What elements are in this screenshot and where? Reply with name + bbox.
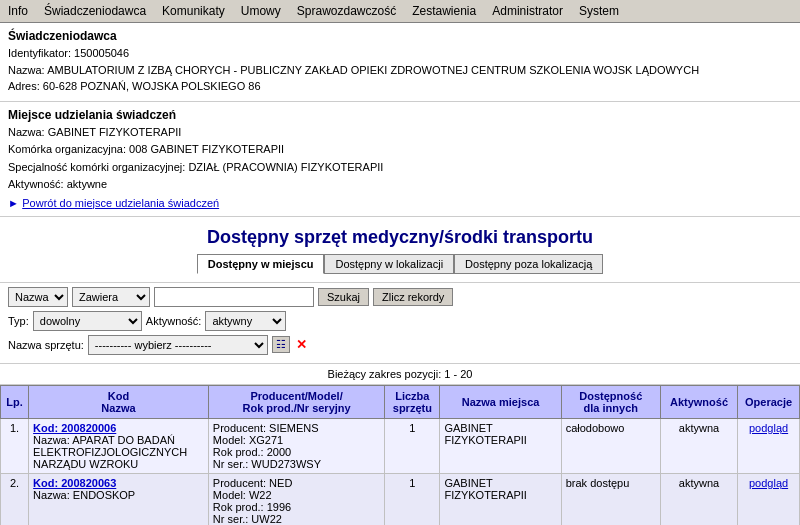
provider-id-line: Identyfikator: 150005046 xyxy=(8,45,792,62)
condition-select[interactable]: Zawiera Równa się xyxy=(72,287,150,307)
provider-address-label: Adres: xyxy=(8,80,40,92)
nav-item-umowy[interactable]: Umowy xyxy=(233,2,289,20)
place-name-label: Nazwa: xyxy=(8,126,45,138)
cell-liczba-2: 1 xyxy=(385,473,440,525)
provider-name-label: Nazwa: xyxy=(8,64,45,76)
filters-section: Nazwa Kod Zawiera Równa się Szukaj Zlicz… xyxy=(0,282,800,364)
cell-kod-2: Kod: 200820063 Nazwa: ENDOSKOP xyxy=(29,473,209,525)
col-header-aktywnosc: Aktywność xyxy=(660,385,737,418)
table-row: 2. Kod: 200820063 Nazwa: ENDOSKOP Produc… xyxy=(1,473,800,525)
nazwa-1: Nazwa: APARAT DO BADAŃ ELEKTROFIZJOLOGIC… xyxy=(33,434,187,470)
tabs-row: Dostępny w miejscu Dostępny w lokalizacj… xyxy=(0,254,800,274)
aktywnosc-select[interactable]: aktywny nieaktywny dowolny xyxy=(205,311,286,331)
provider-section-title: Świadczeniodawca xyxy=(8,29,792,43)
nav-item-info[interactable]: Info xyxy=(0,2,36,20)
provider-name-line: Nazwa: AMBULATORIUM Z IZBĄ CHORYCH - PUB… xyxy=(8,62,792,79)
tab-dostepny-poza-lokalizacja[interactable]: Dostępny poza lokalizacją xyxy=(454,254,603,274)
search-input[interactable] xyxy=(154,287,314,307)
table-row: 1. Kod: 200820006 Nazwa: APARAT DO BADAŃ… xyxy=(1,418,800,473)
cell-operacje-1: podgląd xyxy=(738,418,800,473)
place-komor-label: Komórka organizacyjna: xyxy=(8,143,126,155)
place-aktyw-label: Aktywność: xyxy=(8,178,64,190)
nav-item-sprawozdawczosc[interactable]: Sprawozdawczość xyxy=(289,2,404,20)
place-section-title: Miejsce udzielania świadczeń xyxy=(8,108,792,122)
place-komor-value: 008 GABINET FIZYKOTERAPII xyxy=(129,143,284,155)
provider-id-label: Identyfikator: xyxy=(8,47,71,59)
cell-dostepnosc-2: brak dostępu xyxy=(561,473,660,525)
cell-prod-2: Producent: NED Model: W22 Rok prod.: 199… xyxy=(208,473,384,525)
col-header-kod-nazwa: KodNazwa xyxy=(29,385,209,418)
data-table: Lp. KodNazwa Producent/Model/Rok prod./N… xyxy=(0,385,800,525)
range-text: Bieżący zakres pozycji: 1 - 20 xyxy=(0,364,800,385)
back-link[interactable]: Powrót do miejsce udzielania świadczeń xyxy=(22,197,219,209)
cell-lp-2: 2. xyxy=(1,473,29,525)
podglad-link-1[interactable]: podgląd xyxy=(749,422,788,434)
search-button[interactable]: Szukaj xyxy=(318,288,369,306)
clear-icon[interactable]: ✕ xyxy=(296,337,307,352)
col-header-liczba: Liczbasprzętu xyxy=(385,385,440,418)
place-spec-label: Specjalność komórki organizacyjnej: xyxy=(8,161,185,173)
cell-kod-1: Kod: 200820006 Nazwa: APARAT DO BADAŃ EL… xyxy=(29,418,209,473)
col-header-producent: Producent/Model/Rok prod./Nr seryjny xyxy=(208,385,384,418)
producent-1: Producent: SIEMENS xyxy=(213,422,319,434)
place-spec-value: DZIAŁ (PRACOWNIA) FIZYKOTERAPII xyxy=(188,161,383,173)
count-button[interactable]: Zlicz rekordy xyxy=(373,288,453,306)
cell-operacje-2: podgląd xyxy=(738,473,800,525)
col-header-lp: Lp. xyxy=(1,385,29,418)
place-name-line: Nazwa: GABINET FIZYKOTERAPII xyxy=(8,124,792,142)
cell-aktywnosc-1: aktywna xyxy=(660,418,737,473)
place-aktyw-line: Aktywność: aktywne xyxy=(8,176,792,194)
place-aktyw-value: aktywne xyxy=(67,178,107,190)
nav-item-system[interactable]: System xyxy=(571,2,627,20)
col-header-dostepnosc: Dostępnośćdla innych xyxy=(561,385,660,418)
provider-name-value: AMBULATORIUM Z IZBĄ CHORYCH - PUBLICZNY … xyxy=(47,64,699,76)
place-komor-line: Komórka organizacyjna: 008 GABINET FIZYK… xyxy=(8,141,792,159)
filter-row-3: Nazwa sprzętu: ---------- wybierz ------… xyxy=(8,335,792,355)
model-1: Model: XG271 xyxy=(213,434,283,446)
cell-lp-1: 1. xyxy=(1,418,29,473)
provider-address-value: 60-628 POZNAŃ, WOJSKA POLSKIEGO 86 xyxy=(43,80,261,92)
cell-nazwa-miejsca-2: GABINET FIZYKOTERAPII xyxy=(440,473,561,525)
filter-row-1: Nazwa Kod Zawiera Równa się Szukaj Zlicz… xyxy=(8,287,792,307)
filter-row-2: Typ: dowolny sprzęt medyczny środki tran… xyxy=(8,311,792,331)
provider-id-value: 150005046 xyxy=(74,47,129,59)
nazwa-2: Nazwa: ENDOSKOP xyxy=(33,489,135,501)
provider-section: Świadczeniodawca Identyfikator: 15000504… xyxy=(0,23,800,102)
field-select[interactable]: Nazwa Kod xyxy=(8,287,68,307)
aktywnosc-label: Aktywność: xyxy=(146,315,202,327)
nrser-2: Nr ser.: UW22 xyxy=(213,513,282,525)
cell-dostepnosc-1: całodobowo xyxy=(561,418,660,473)
cell-liczba-1: 1 xyxy=(385,418,440,473)
model-2: Model: W22 xyxy=(213,489,272,501)
cell-aktywnosc-2: aktywna xyxy=(660,473,737,525)
nazwa-sprzetu-select[interactable]: ---------- wybierz ---------- xyxy=(88,335,268,355)
list-icon-button[interactable]: ☷ xyxy=(272,336,290,353)
tab-dostepny-w-lokalizacji[interactable]: Dostępny w lokalizacji xyxy=(324,254,454,274)
col-header-operacje: Operacje xyxy=(738,385,800,418)
typ-label: Typ: xyxy=(8,315,29,327)
place-section: Miejsce udzielania świadczeń Nazwa: GABI… xyxy=(0,102,800,217)
kod-link-1[interactable]: Kod: 200820006 xyxy=(33,422,116,434)
place-name-value: GABINET FIZYKOTERAPII xyxy=(48,126,182,138)
typ-select[interactable]: dowolny sprzęt medyczny środki transport… xyxy=(33,311,142,331)
tab-dostepny-w-miejscu[interactable]: Dostępny w miejscu xyxy=(197,254,325,274)
provider-address-line: Adres: 60-628 POZNAŃ, WOJSKA POLSKIEGO 8… xyxy=(8,78,792,95)
nav-item-komunikaty[interactable]: Komunikaty xyxy=(154,2,233,20)
rok-1: Rok prod.: 2000 xyxy=(213,446,291,458)
rok-2: Rok prod.: 1996 xyxy=(213,501,291,513)
nav-item-swiadczeniodawca[interactable]: Świadczeniodawca xyxy=(36,2,154,20)
producent-2: Producent: NED xyxy=(213,477,292,489)
col-header-nazwa-miejsca: Nazwa miejsca xyxy=(440,385,561,418)
nrser-1: Nr ser.: WUD273WSY xyxy=(213,458,321,470)
back-arrow-icon: ► xyxy=(8,197,19,209)
cell-prod-1: Producent: SIEMENS Model: XG271 Rok prod… xyxy=(208,418,384,473)
table-header-row: Lp. KodNazwa Producent/Model/Rok prod./N… xyxy=(1,385,800,418)
nazwa-sprzetu-label: Nazwa sprzętu: xyxy=(8,339,84,351)
place-spec-line: Specjalność komórki organizacyjnej: DZIA… xyxy=(8,159,792,177)
kod-link-2[interactable]: Kod: 200820063 xyxy=(33,477,116,489)
nav-item-administrator[interactable]: Administrator xyxy=(484,2,571,20)
page-title: Dostępny sprzęt medyczny/środki transpor… xyxy=(0,217,800,254)
nav-item-zestawienia[interactable]: Zestawienia xyxy=(404,2,484,20)
top-navigation: Info Świadczeniodawca Komunikaty Umowy S… xyxy=(0,0,800,23)
podglad-link-2[interactable]: podgląd xyxy=(749,477,788,489)
